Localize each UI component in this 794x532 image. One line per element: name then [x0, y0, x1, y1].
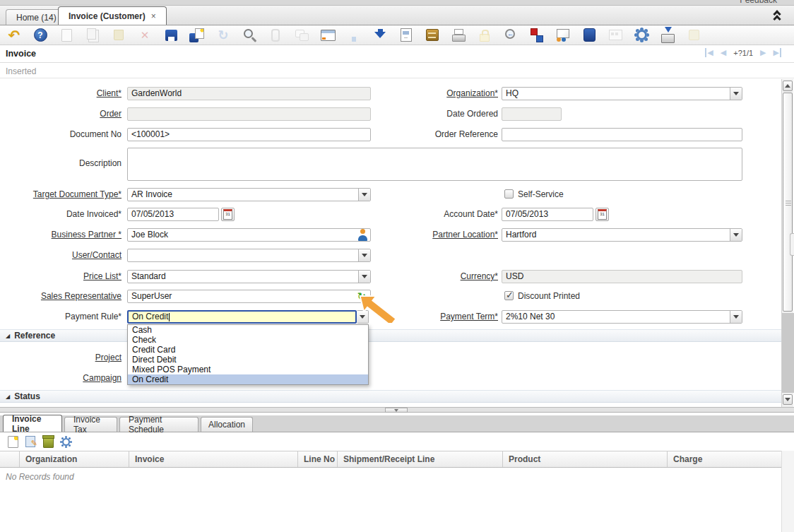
table-scrollbar[interactable] — [781, 451, 794, 532]
sales-representative-refresh-icon[interactable] — [355, 290, 368, 302]
window-tab-bar: Home (14) Invoice (Customer) × — [0, 6, 794, 25]
save-icon[interactable] — [162, 27, 179, 44]
payment-rule-input[interactable]: On Credit — [127, 310, 357, 324]
edit-line-icon[interactable] — [23, 435, 37, 449]
currency-label[interactable]: Currency* — [325, 270, 498, 283]
organization-value: HQ — [502, 88, 730, 100]
date-invoiced-field[interactable]: 07/05/2013 — [127, 208, 219, 221]
project-label[interactable]: Project — [0, 351, 122, 365]
payment-rule-option[interactable]: On Credit — [128, 374, 368, 384]
archive-icon[interactable] — [424, 27, 441, 44]
print-icon[interactable] — [450, 27, 467, 44]
order-label[interactable]: Order — [0, 107, 122, 121]
tab-payment-schedule[interactable]: Payment Schedule — [119, 417, 198, 432]
splitter-collapse-icon[interactable] — [385, 408, 408, 413]
column-header-organization[interactable]: Organization — [20, 451, 129, 467]
column-header-invoice[interactable]: Invoice — [129, 451, 298, 467]
collapse-triangle-icon: ◢ — [6, 333, 10, 339]
payment-term-label[interactable]: Payment Term* — [325, 310, 498, 324]
find-record-icon[interactable] — [241, 27, 258, 44]
text-cursor — [169, 313, 170, 321]
page-title: Invoice — [6, 49, 36, 59]
section-reference-title: Reference — [14, 331, 55, 341]
requests-icon[interactable] — [555, 27, 571, 44]
help-icon[interactable] — [32, 27, 49, 44]
column-header-line-no[interactable]: Line No — [298, 451, 338, 467]
process-icon[interactable] — [633, 27, 650, 44]
detail-record-icon[interactable] — [372, 27, 389, 44]
save-and-create-new-icon[interactable] — [189, 27, 206, 44]
section-status[interactable]: ◢ Status — [0, 390, 781, 403]
chevron-down-icon[interactable] — [730, 88, 742, 100]
undo-changes-icon[interactable] — [6, 27, 23, 44]
user-contact-label[interactable]: User/Contact — [0, 249, 122, 262]
target-document-type-label[interactable]: Target Document Type* — [0, 188, 122, 201]
delete-line-icon[interactable] — [41, 435, 55, 449]
next-record-icon[interactable]: ▶ — [760, 48, 766, 57]
feedback-link[interactable]: Feedback — [740, 0, 777, 5]
payment-rule-option[interactable]: Cash — [128, 325, 368, 335]
sales-representative-label[interactable]: Sales Representative — [0, 290, 122, 303]
line-toolbar — [6, 435, 73, 449]
payment-rule-dropdown-list: CashCheckCredit CardDirect DebitMixed PO… — [127, 324, 369, 385]
chevron-down-icon[interactable] — [358, 249, 370, 261]
grid-toggle-icon[interactable] — [319, 27, 336, 44]
scroll-down-icon[interactable] — [783, 394, 793, 405]
payment-term-combo[interactable]: 2%10 Net 30 — [502, 310, 742, 324]
report-icon[interactable] — [398, 27, 415, 44]
order-reference-field[interactable] — [502, 128, 742, 141]
partner-location-combo[interactable]: Hartford — [502, 228, 742, 242]
business-partner-label[interactable]: Business Partner * — [0, 228, 122, 242]
first-record-icon[interactable]: ◀ — [705, 48, 713, 57]
column-header-charge[interactable]: Charge — [668, 451, 781, 467]
payment-rule-option[interactable]: Credit Card — [128, 345, 368, 355]
chevron-down-icon[interactable] — [358, 189, 370, 201]
payment-rule-option[interactable]: Mixed POS Payment — [128, 365, 368, 374]
export-icon[interactable] — [659, 27, 676, 44]
scrollbar-thumb[interactable] — [783, 93, 793, 312]
process-line-icon[interactable] — [59, 435, 73, 449]
organization-label[interactable]: Organization* — [325, 87, 498, 100]
section-status-title: Status — [14, 391, 40, 401]
new-line-icon[interactable] — [6, 435, 20, 449]
date-invoiced-label: Date Invoiced* — [0, 208, 122, 221]
self-service-checkbox[interactable] — [504, 189, 514, 199]
target-document-type-combo[interactable]: AR Invoice — [127, 188, 371, 201]
column-header-shipment-receipt-line[interactable]: Shipment/Receipt Line — [338, 451, 503, 467]
account-date-field[interactable]: 07/05/2013 — [502, 208, 593, 221]
zoom-across-icon[interactable] — [502, 27, 519, 44]
tab-invoice-customer[interactable]: Invoice (Customer) × — [58, 6, 167, 25]
calendar-icon[interactable] — [596, 208, 609, 221]
discount-printed-checkbox[interactable] — [504, 291, 514, 300]
partner-location-label[interactable]: Partner Location* — [325, 228, 498, 242]
calendar-icon[interactable] — [221, 208, 235, 221]
user-contact-combo[interactable] — [127, 249, 371, 262]
horizontal-splitter[interactable] — [0, 407, 794, 413]
scrollbar-track[interactable] — [782, 313, 794, 393]
chevron-down-icon[interactable] — [730, 311, 742, 323]
scroll-up-icon[interactable] — [783, 81, 793, 91]
section-reference[interactable]: ◢ Reference — [0, 329, 781, 342]
sales-representative-field[interactable]: SuperUser — [127, 290, 371, 303]
price-list-label[interactable]: Price List* — [0, 270, 122, 283]
divider — [0, 62, 794, 63]
collapse-header-icon[interactable] — [771, 10, 784, 23]
tab-home-label: Home (14) — [16, 13, 57, 23]
client-label[interactable]: Client* — [0, 87, 122, 100]
active-workflows-icon[interactable] — [528, 27, 545, 44]
column-header-product[interactable]: Product — [503, 451, 668, 467]
last-record-icon[interactable]: ▶ — [774, 48, 781, 57]
description-field[interactable] — [127, 148, 742, 181]
payment-rule-option[interactable]: Direct Debit — [128, 355, 368, 365]
payment-rule-option[interactable]: Check — [128, 335, 368, 345]
campaign-label[interactable]: Campaign — [0, 372, 122, 385]
product-info-icon[interactable] — [581, 27, 598, 44]
organization-combo[interactable]: HQ — [502, 87, 742, 100]
close-tab-icon[interactable]: × — [151, 11, 156, 21]
previous-record-icon[interactable]: ◀ — [721, 48, 726, 57]
tab-invoice-tax[interactable]: Invoice Tax — [64, 417, 117, 432]
chevron-down-icon[interactable] — [730, 229, 742, 241]
east-panel-handle[interactable] — [790, 233, 794, 256]
tab-allocation[interactable]: Allocation — [201, 417, 253, 432]
tab-invoice-line[interactable]: Invoice Line — [3, 415, 62, 432]
